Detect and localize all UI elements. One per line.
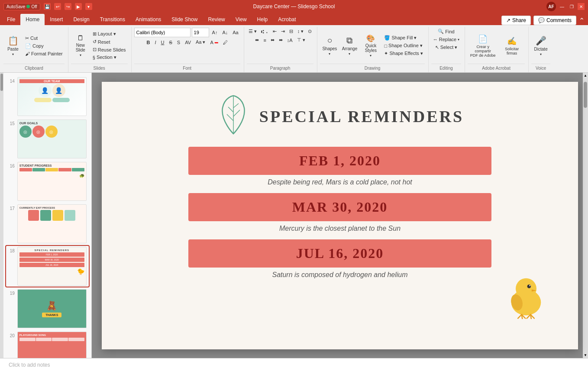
copy-icon: 📄 bbox=[25, 43, 31, 49]
slide-preview-15: OUR GOALS ◎ ◎ ◎ bbox=[17, 119, 87, 158]
bold-button[interactable]: B bbox=[145, 39, 152, 46]
decrease-font-button[interactable]: A↓ bbox=[220, 29, 229, 36]
save-icon[interactable]: 💾 bbox=[44, 3, 51, 10]
paste-dropdown[interactable]: ▾ bbox=[12, 52, 14, 56]
tab-animations[interactable]: Animations bbox=[130, 14, 166, 25]
clear-format-button[interactable]: Aa bbox=[231, 29, 240, 36]
shadow-button[interactable]: S bbox=[175, 39, 182, 46]
slide-thumb-16[interactable]: 16 STUDENT PROGRESS 🐢 bbox=[6, 161, 89, 202]
tab-file[interactable]: File bbox=[2, 14, 20, 25]
char-spacing-button[interactable]: AV bbox=[183, 39, 193, 46]
restore-button[interactable]: ❐ bbox=[568, 3, 575, 10]
font-color-button[interactable]: A ▬ bbox=[209, 39, 220, 46]
align-center-button[interactable]: ≡ bbox=[262, 36, 268, 44]
date-text-2: MAR 30, 2020 bbox=[201, 199, 478, 215]
slide-thumb-20[interactable]: 20 PLAYGROUND SONG bbox=[6, 331, 89, 358]
reset-button[interactable]: ↺ Reset bbox=[91, 38, 128, 45]
italic-button[interactable]: I bbox=[153, 39, 158, 46]
underline-button[interactable]: U bbox=[159, 39, 166, 46]
reset-label: Reset bbox=[98, 39, 110, 45]
font-case-button[interactable]: Aa ▾ bbox=[194, 39, 207, 46]
svg-point-8 bbox=[529, 285, 530, 286]
editing-buttons: 🔍 Find ↔ Replace ▾ ↖ Select ▾ bbox=[431, 28, 461, 64]
replace-button[interactable]: ↔ Replace ▾ bbox=[431, 36, 461, 43]
highlight-button[interactable]: 🖊 bbox=[221, 39, 229, 46]
columns-button[interactable]: ⊟ bbox=[288, 28, 295, 35]
quick-styles-icon: 🎨 bbox=[366, 34, 375, 42]
paste-button[interactable]: 📋 Paste ▾ bbox=[3, 32, 23, 60]
font-size-input[interactable] bbox=[192, 28, 209, 37]
share-button[interactable]: ↗ Share bbox=[501, 16, 531, 25]
increase-indent-button[interactable]: ⇥ bbox=[279, 28, 287, 35]
find-button[interactable]: 🔍 Find bbox=[436, 28, 456, 35]
numbering-button[interactable]: ⑆ ▾ bbox=[259, 28, 270, 35]
quick-styles-label: QuickStyles bbox=[365, 43, 377, 53]
shape-fill-button[interactable]: 🪣 Shape Fill ▾ bbox=[382, 34, 424, 42]
text-align-button[interactable]: ⊤ ▾ bbox=[295, 36, 307, 44]
section-button[interactable]: § Section ▾ bbox=[91, 54, 128, 61]
slide-thumb-15[interactable]: 15 OUR GOALS ◎ ◎ ◎ bbox=[6, 119, 89, 159]
minimize-button[interactable]: — bbox=[559, 3, 565, 10]
text-dir-button[interactable]: ↕A bbox=[285, 36, 294, 44]
undo-icon[interactable]: ↩ bbox=[54, 3, 61, 10]
paste-icon: 📋 bbox=[8, 35, 19, 46]
user-avatar[interactable]: AF bbox=[546, 2, 556, 11]
tab-acrobat[interactable]: Acrobat bbox=[273, 14, 301, 25]
slide-canvas[interactable]: SPECIAL REMINDERS FEB 1, 2020 Despite be… bbox=[102, 82, 578, 349]
redo-icon[interactable]: ↪ bbox=[65, 3, 71, 10]
slide-preview-16: STUDENT PROGRESS 🐢 bbox=[17, 162, 87, 201]
canvas-scroll-thumb[interactable] bbox=[584, 82, 587, 108]
layout-button[interactable]: ⊞ Layout ▾ bbox=[91, 30, 128, 38]
notes-bar: Click to add notes bbox=[0, 358, 588, 371]
scroll-down-button[interactable]: ▼ bbox=[584, 353, 587, 357]
tab-help[interactable]: Help bbox=[252, 14, 273, 25]
arrange-button[interactable]: ⧉ Arrange ▾ bbox=[340, 32, 359, 60]
customize-icon[interactable]: ▾ bbox=[85, 3, 92, 10]
dictate-button[interactable]: 🎤 Dictate ▾ bbox=[531, 32, 550, 60]
quick-styles-button[interactable]: 🎨 QuickStyles ▾ bbox=[360, 32, 381, 60]
tab-view[interactable]: View bbox=[230, 14, 252, 25]
font-name-input[interactable] bbox=[134, 28, 191, 37]
shape-outline-button[interactable]: □ Shape Outline ▾ bbox=[382, 42, 424, 49]
request-signatures-button[interactable]: ✍ Solicitarfirmas bbox=[499, 32, 525, 60]
comments-button[interactable]: 💬 Comments bbox=[533, 16, 576, 25]
slide-thumb-17[interactable]: 17 CURRENTLY EXIT PROCESS bbox=[6, 203, 89, 244]
new-slide-button[interactable]: 🗒 NewSlide ▾ bbox=[71, 32, 90, 60]
format-painter-button[interactable]: 🖌 Format Painter bbox=[23, 50, 65, 57]
tab-transitions[interactable]: Transitions bbox=[95, 14, 130, 25]
slide-thumb-19[interactable]: 19 🧸 THANKS bbox=[6, 288, 89, 329]
copy-button[interactable]: 📄 Copy bbox=[23, 42, 65, 50]
notes-placeholder[interactable]: Click to add notes bbox=[9, 362, 579, 368]
scroll-up-button[interactable]: ▲ bbox=[584, 74, 587, 77]
present-icon[interactable]: ▶ bbox=[75, 3, 82, 10]
tab-review[interactable]: Review bbox=[203, 14, 230, 25]
justify-button[interactable]: ⬌ bbox=[277, 36, 284, 44]
decrease-indent-button[interactable]: ⇤ bbox=[271, 28, 278, 35]
slide-thumb-14[interactable]: 14 OUR TEAM 👤 👤 bbox=[6, 76, 89, 117]
bullets-button[interactable]: ☰ ▾ bbox=[247, 28, 258, 35]
select-button[interactable]: ↖ Select ▾ bbox=[433, 44, 459, 51]
smart-art-button[interactable]: ⊙ bbox=[306, 28, 313, 35]
cut-button[interactable]: ✂ Cut bbox=[23, 35, 65, 42]
paragraph-label: Paragraph bbox=[247, 64, 314, 71]
align-left-button[interactable]: ⬌ bbox=[253, 36, 261, 44]
increase-font-button[interactable]: A↑ bbox=[210, 29, 220, 36]
autosave-button[interactable]: AutoSave Off bbox=[3, 3, 40, 10]
tab-slideshow[interactable]: Slide Show bbox=[166, 14, 203, 25]
close-button[interactable]: ✕ bbox=[578, 3, 585, 10]
reset-icon: ↺ bbox=[93, 39, 97, 45]
shapes-button[interactable]: ○ Shapes ▾ bbox=[320, 32, 339, 60]
line-spacing-button[interactable]: ↕ ▾ bbox=[296, 28, 306, 35]
shape-effects-button[interactable]: ✦ Shape Effects ▾ bbox=[382, 50, 424, 57]
collapse-ribbon-button[interactable]: ⌃ bbox=[579, 16, 585, 25]
slide-thumb-18[interactable]: 18 SPECIAL REMINDERS FEB 1, 2020 MAR 30,… bbox=[6, 246, 89, 287]
strikethrough-button[interactable]: S bbox=[167, 39, 174, 46]
scroll-thumb[interactable] bbox=[0, 74, 3, 91]
align-right-button[interactable]: ⬌ bbox=[269, 36, 276, 44]
reuse-label: Reuse Slides bbox=[98, 47, 126, 52]
tab-home[interactable]: Home bbox=[20, 14, 45, 25]
reuse-slides-button[interactable]: ⊡ Reuse Slides bbox=[91, 46, 128, 53]
create-pdf-button[interactable]: 📄 Crear y compartirPDF de Adobe bbox=[468, 32, 498, 60]
tab-design[interactable]: Design bbox=[68, 14, 94, 25]
tab-insert[interactable]: Insert bbox=[45, 14, 68, 25]
